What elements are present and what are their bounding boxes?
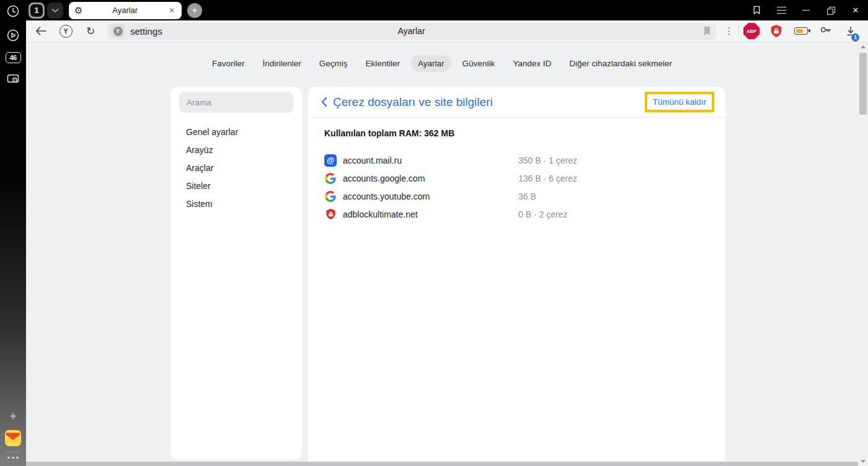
site-info: 350 B · 1 çerez [518, 156, 577, 165]
minimize-button[interactable] [794, 0, 818, 20]
history-icon[interactable] [6, 4, 20, 19]
sidebar-item[interactable]: Araçlar [170, 159, 302, 177]
protect-extension-button[interactable] [764, 20, 789, 42]
scroll-up-arrow[interactable] [861, 45, 866, 48]
mail-icon[interactable] [5, 430, 21, 446]
sidebar-item[interactable]: Siteler [170, 177, 302, 195]
panel-header: Çerez dosyaları ve site bilgileri Tümünü… [308, 87, 725, 118]
site-domain: accounts.youtube.com [343, 191, 518, 201]
search-input[interactable] [179, 98, 293, 107]
shield-lock-icon [769, 24, 783, 38]
tab-title: Ayarlar [82, 6, 167, 15]
power-saving-button[interactable] [789, 20, 813, 42]
search-box [179, 92, 293, 113]
minimize-icon [802, 10, 810, 11]
browser-window: 46 + 1 ⚙ Ayarlar ✕ + [0, 0, 868, 466]
nav-tab[interactable]: Eklentiler [359, 55, 407, 72]
refresh-button[interactable]: ↻ [78, 20, 103, 42]
nav-tab[interactable]: İndirilenler [256, 55, 308, 72]
yandex-icon: Y [60, 25, 73, 38]
site-row[interactable]: accounts.google.com 136 B · 6 çerez [324, 169, 711, 187]
address-bar[interactable]: Y settings Ayarlar [107, 23, 716, 40]
downloads-button[interactable]: 1 [838, 20, 863, 42]
refresh-icon: ↻ [86, 25, 95, 38]
nav-tab[interactable]: Yandex ID [506, 55, 558, 72]
toolbar-menu-button[interactable]: ⋮ [720, 25, 738, 37]
site-row[interactable]: adblockultimate.net 0 B · 2 çerez [324, 205, 711, 223]
back-button[interactable] [29, 20, 53, 42]
left-rail: 46 + [0, 0, 26, 466]
settings-top-nav: FavorilerİndirilenlerGeçmişEklentilerAya… [26, 55, 858, 72]
vertical-scrollbar[interactable] [858, 42, 868, 466]
bookmark-filled-icon [702, 26, 712, 36]
site-domain: account.mail.ru [343, 156, 518, 165]
nav-tab[interactable]: Güvenlik [456, 55, 502, 72]
back-arrow-icon [35, 27, 46, 35]
new-tab-button[interactable]: + [187, 3, 202, 18]
player-icon[interactable] [6, 28, 20, 43]
ram-total-text: Kullanılan toplam RAM: 362 MB [324, 128, 711, 139]
active-tab[interactable]: ⚙ Ayarlar ✕ [69, 2, 182, 19]
settings-sidebar: Genel ayarlarArayüzAraçlarSitelerSistem [170, 87, 302, 460]
panel-body: Kullanılan toplam RAM: 362 MB @ account.… [308, 118, 725, 223]
scroll-down-arrow[interactable] [861, 460, 866, 463]
horizontal-scrollbar[interactable] [26, 462, 858, 466]
tab-counter-value: 1 [30, 4, 43, 17]
panels-button[interactable] [744, 0, 769, 20]
gear-icon: ⚙ [74, 6, 82, 15]
site-domain: accounts.google.com [343, 174, 518, 183]
abp-extension-button[interactable]: ABP [739, 20, 764, 42]
site-info: 36 B [518, 191, 536, 201]
tab-close-button[interactable]: ✕ [167, 5, 176, 16]
site-info: 136 B · 6 çerez [518, 174, 577, 183]
passwords-button[interactable] [813, 20, 838, 42]
sidebar-item[interactable]: Arayüz [170, 141, 302, 159]
back-chevron-button[interactable] [317, 95, 330, 109]
add-panel-button[interactable]: + [9, 410, 17, 424]
site-row[interactable]: accounts.youtube.com 36 B [324, 187, 711, 205]
site-badge-icon[interactable]: Y [111, 24, 125, 38]
abp-icon: ABP [743, 23, 760, 39]
restore-button[interactable] [818, 0, 843, 20]
sidebar-item[interactable]: Genel ayarlar [170, 123, 302, 141]
site-row[interactable]: @ account.mail.ru 350 B · 1 çerez [324, 151, 711, 169]
panel-title: Çerez dosyaları ve site bilgileri [333, 95, 493, 109]
key-icon [820, 25, 832, 37]
site-domain: adblockultimate.net [343, 209, 518, 219]
restore-icon [827, 7, 835, 14]
plus-icon: + [192, 5, 197, 16]
scrollbar-thumb[interactable] [859, 53, 867, 115]
sidebar-nav: Genel ayarlarArayüzAraçlarSitelerSistem [170, 123, 302, 213]
site-info: 0 B · 2 çerez [518, 209, 567, 219]
settings-page: FavorilerİndirilenlerGeçmişEklentilerAya… [26, 42, 868, 466]
nav-tab[interactable]: Diğer cihazlardaki sekmeler [562, 55, 679, 72]
screenshot-icon[interactable] [6, 71, 20, 86]
mailru-favicon: @ [324, 154, 337, 167]
close-icon: ✕ [852, 6, 859, 15]
toolbar: Y ↻ Y settings Ayarlar ⋮ ABP [26, 20, 868, 42]
tabs-dropdown-button[interactable] [47, 2, 63, 19]
mailru-favicon-icon: @ [324, 154, 337, 167]
tab-strip: 1 ⚙ Ayarlar ✕ + ✕ [26, 0, 868, 20]
nav-tab[interactable]: Ayarlar [411, 55, 451, 72]
bookmark-icon [751, 5, 762, 15]
browser-menu-button[interactable] [769, 0, 794, 20]
tab-count-badge[interactable]: 46 [6, 52, 21, 63]
remove-all-button[interactable]: Tümünü kaldır [645, 92, 714, 112]
google-favicon-icon [325, 191, 336, 202]
close-window-button[interactable]: ✕ [843, 0, 868, 20]
sidebar-item[interactable]: Sistem [170, 195, 302, 213]
more-options-button[interactable] [7, 457, 19, 459]
google-favicon-icon [325, 173, 336, 184]
menu-icon [777, 7, 786, 14]
url-text: settings [130, 26, 162, 37]
battery-icon [794, 27, 808, 35]
nav-tab[interactable]: Favoriler [205, 55, 252, 72]
tab-counter[interactable]: 1 [29, 2, 45, 19]
page-title: Ayarlar [107, 26, 716, 36]
shield-favicon-icon [325, 208, 337, 220]
nav-tab[interactable]: Geçmiş [312, 55, 355, 72]
site-list: @ account.mail.ru 350 B · 1 çerez accoun… [324, 151, 711, 223]
home-button[interactable]: Y [53, 20, 78, 42]
bookmark-page-button[interactable] [702, 26, 712, 36]
